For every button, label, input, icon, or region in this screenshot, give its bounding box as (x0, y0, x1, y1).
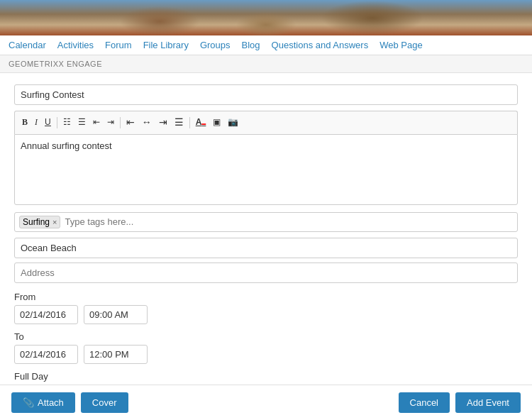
nav-bar: Calendar Activities Forum File Library G… (0, 35, 532, 55)
to-date-input[interactable] (14, 345, 78, 364)
title-input[interactable] (14, 84, 518, 105)
location-input[interactable] (14, 238, 518, 258)
cancel-button[interactable]: Cancel (399, 392, 450, 413)
toolbar-image[interactable]: 📷 (225, 115, 241, 130)
tags-input[interactable] (65, 216, 513, 227)
tag-close-icon[interactable]: × (52, 218, 57, 226)
nav-item-qa[interactable]: Questions and Answers (272, 40, 369, 50)
fullday-label: Full Day (14, 371, 518, 382)
action-bar-right: Cancel Add Event (399, 392, 521, 413)
hero-banner (0, 0, 532, 35)
action-bar: 📎 Attach Cover Cancel Add Event (0, 385, 532, 420)
to-time-input[interactable] (84, 345, 148, 364)
toolbar-sep-1 (57, 117, 57, 128)
to-label: To (14, 331, 518, 342)
from-date-input[interactable] (14, 305, 78, 324)
toolbar-underline[interactable]: U (42, 115, 54, 130)
tag-label: Surfing (23, 217, 50, 227)
attach-icon: 📎 (23, 397, 34, 408)
address-input[interactable] (14, 262, 518, 283)
toolbar-sep-3 (189, 117, 190, 128)
attach-button[interactable]: 📎 Attach (11, 392, 75, 413)
toolbar-outdent[interactable]: ⇤ (90, 115, 103, 130)
nav-item-forum[interactable]: Forum (105, 40, 132, 50)
to-datetime-row (14, 345, 518, 364)
main-content: B I U ☷ ☰ ⇤ ⇥ ⇤ ↔ ⇥ ☰ A▬ ▣ 📷 Annual surf… (0, 73, 532, 416)
add-event-button[interactable]: Add Event (455, 392, 521, 413)
nav-item-webpage[interactable]: Web Page (379, 40, 422, 50)
from-time-input[interactable] (84, 305, 148, 324)
editor-content-area[interactable]: Annual surfing contest (14, 134, 518, 205)
toolbar-special-chars[interactable]: ▣ (210, 115, 223, 130)
toolbar-sep-2 (120, 117, 121, 128)
breadcrumb: GEOMETRIXX ENGAGE (0, 55, 532, 73)
toolbar-align-left[interactable]: ⇤ (123, 114, 138, 131)
action-bar-left: 📎 Attach Cover (11, 392, 128, 413)
toolbar-align-center[interactable]: ↔ (139, 114, 155, 131)
tag-surfing: Surfing × (19, 216, 60, 228)
toolbar-font-color[interactable]: A▬ (193, 115, 209, 130)
nav-item-groups[interactable]: Groups (200, 40, 231, 50)
nav-item-activities[interactable]: Activities (57, 40, 94, 50)
toolbar-italic[interactable]: I (32, 115, 40, 130)
from-datetime-row (14, 305, 518, 324)
toolbar-align-right[interactable]: ⇥ (156, 114, 170, 131)
tags-container[interactable]: Surfing × (14, 212, 518, 232)
from-label: From (14, 292, 518, 302)
nav-item-file-library[interactable]: File Library (143, 40, 189, 50)
toolbar-ul[interactable]: ☰ (75, 115, 89, 130)
toolbar-bold[interactable]: B (19, 115, 31, 130)
toolbar-ol[interactable]: ☷ (60, 115, 74, 130)
toolbar-justify[interactable]: ☰ (172, 114, 187, 131)
nav-item-calendar[interactable]: Calendar (9, 40, 46, 50)
editor-toolbar: B I U ☷ ☰ ⇤ ⇥ ⇤ ↔ ⇥ ☰ A▬ ▣ 📷 (14, 111, 518, 134)
editor-text: Annual surfing contest (21, 140, 112, 151)
nav-item-blog[interactable]: Blog (242, 40, 260, 50)
toolbar-indent[interactable]: ⇥ (104, 115, 117, 130)
cover-button[interactable]: Cover (81, 392, 128, 413)
